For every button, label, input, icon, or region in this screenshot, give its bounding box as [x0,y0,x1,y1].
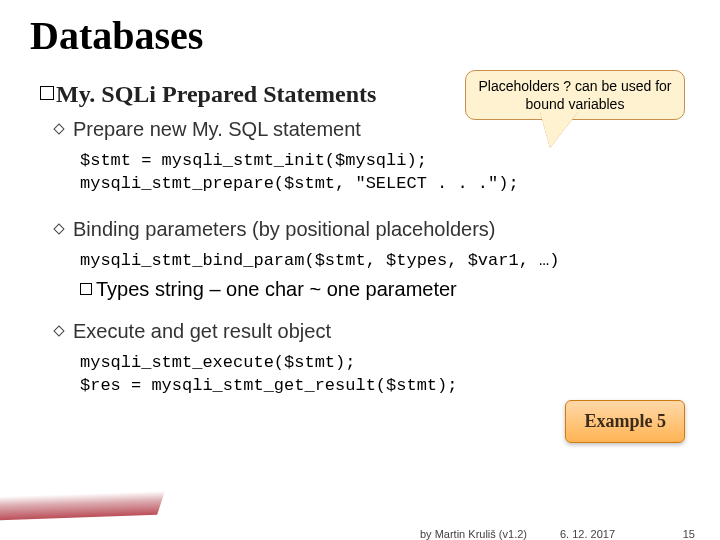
diamond-icon [53,325,64,336]
code-block-execute: mysqli_stmt_execute($stmt); $res = mysql… [80,352,457,398]
bullet-prepare-text: Prepare new My. SQL statement [73,118,361,140]
callout-text: Placeholders ? can be used for bound var… [478,78,671,112]
slide-title: Databases [30,12,203,59]
diamond-icon [53,123,64,134]
bullet-binding: Binding parameters (by positional placeh… [55,218,495,241]
types-note: Types string – one char ~ one parameter [80,278,457,301]
example-badge: Example 5 [565,400,685,443]
callout-tail [540,112,578,148]
types-note-text: Types string – one char ~ one parameter [96,278,457,300]
code-block-bind: mysqli_stmt_bind_param($stmt, $types, $v… [80,250,559,273]
code-block-init: $stmt = mysqli_stmt_init($mysqli); mysql… [80,150,519,196]
heading-prefix: My. SQLi [56,81,156,107]
checkbox-icon [40,86,54,100]
bullet-execute: Execute and get result object [55,320,331,343]
bullet-execute-text: Execute and get result object [73,320,331,342]
diamond-icon [53,223,64,234]
heading-rest: Prepared Statements [156,81,376,107]
footer-date: 6. 12. 2017 [560,528,615,540]
accent-decoration [0,491,165,521]
footer-page: 15 [683,528,695,540]
footer-author: by Martin Kruliš (v1.2) [420,528,527,540]
bullet-binding-text: Binding parameters (by positional placeh… [73,218,495,240]
bullet-prepare: Prepare new My. SQL statement [55,118,361,141]
checkbox-icon [80,283,92,295]
section-heading: My. SQLi Prepared Statements [40,80,376,108]
slide: Databases My. SQLi Prepared Statements P… [0,0,720,540]
